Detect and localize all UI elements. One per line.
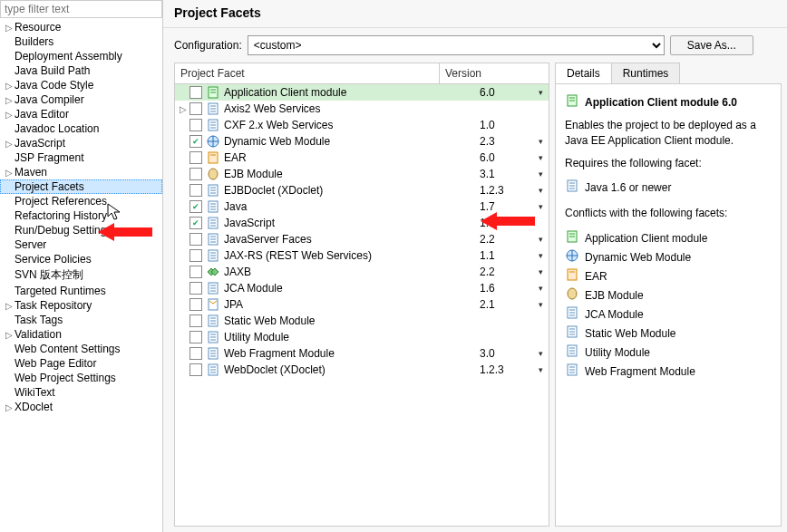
facet-checkbox[interactable]: ✔: [189, 200, 202, 213]
version-dropdown-icon[interactable]: ▾: [534, 251, 547, 260]
sidebar-item[interactable]: Project Facets: [0, 179, 162, 194]
facet-row[interactable]: JPA2.1▾: [175, 296, 549, 313]
facet-row[interactable]: ✔JavaScript1.0: [175, 215, 549, 231]
facet-name: JAX-RS (REST Web Services): [224, 249, 480, 262]
expand-icon[interactable]: ▷: [4, 81, 15, 91]
facet-checkbox[interactable]: ✔: [189, 135, 202, 148]
config-select[interactable]: <custom>: [248, 35, 665, 55]
facet-checkbox[interactable]: [189, 314, 202, 327]
facet-checkbox[interactable]: [189, 331, 202, 343]
sidebar-item[interactable]: SVN 版本控制: [0, 266, 162, 284]
facet-checkbox[interactable]: [189, 282, 202, 295]
sidebar-item[interactable]: Service Policies: [0, 252, 162, 266]
facet-checkbox[interactable]: [189, 233, 202, 246]
col-version[interactable]: Version: [440, 63, 549, 83]
sidebar-item[interactable]: ▷XDoclet: [0, 400, 162, 414]
version-dropdown-icon[interactable]: ▾: [534, 169, 547, 179]
facet-checkbox[interactable]: [189, 102, 202, 115]
version-dropdown-icon[interactable]: ▾: [534, 186, 547, 195]
sidebar-item[interactable]: Deployment Assembly: [0, 49, 162, 63]
sidebar-item[interactable]: Task Tags: [0, 313, 162, 327]
sidebar-item[interactable]: Java Build Path: [0, 63, 162, 78]
sidebar-item[interactable]: Targeted Runtimes: [0, 284, 162, 298]
expand-icon[interactable]: ▷: [4, 139, 15, 149]
sidebar-item[interactable]: ▷Task Repository: [0, 298, 162, 313]
sidebar-item[interactable]: ▷Resource: [0, 20, 162, 34]
facet-row[interactable]: ✔Dynamic Web Module2.3▾: [175, 133, 549, 150]
expand-icon[interactable]: ▷: [4, 402, 15, 412]
facet-checkbox[interactable]: [189, 363, 202, 376]
facet-row[interactable]: JAXB2.2▾: [175, 264, 549, 280]
sidebar-item[interactable]: Builders: [0, 34, 162, 49]
facet-name: JCA Module: [224, 282, 480, 295]
facet-checkbox[interactable]: [189, 119, 202, 131]
facet-row[interactable]: JavaServer Faces2.2▾: [175, 231, 549, 247]
expand-icon[interactable]: ▷: [4, 301, 15, 311]
sidebar-item[interactable]: Web Project Settings: [0, 371, 162, 385]
sidebar-item[interactable]: ▷Java Editor: [0, 107, 162, 121]
sidebar-item[interactable]: Run/Debug Settings: [0, 223, 162, 237]
save-as-button[interactable]: Save As...: [670, 35, 753, 55]
expand-icon[interactable]: ▷: [177, 104, 189, 114]
facet-row[interactable]: WebDoclet (XDoclet)1.2.3▾: [175, 362, 549, 378]
facet-row[interactable]: ▷Axis2 Web Services: [175, 101, 549, 117]
version-dropdown-icon[interactable]: ▾: [534, 284, 547, 293]
sidebar-item[interactable]: ▷Java Compiler: [0, 92, 162, 107]
facet-row[interactable]: EJB Module3.1▾: [175, 166, 549, 182]
sidebar-item[interactable]: ▷JavaScript: [0, 136, 162, 150]
sidebar-item[interactable]: Web Content Settings: [0, 342, 162, 356]
facet-checkbox[interactable]: [189, 249, 202, 262]
doc-icon: [206, 102, 220, 116]
sidebar-item-label: Deployment Assembly: [15, 50, 122, 63]
version-dropdown-icon[interactable]: ▾: [534, 300, 547, 309]
facet-checkbox[interactable]: ✔: [189, 217, 202, 229]
facet-row[interactable]: EJBDoclet (XDoclet)1.2.3▾: [175, 182, 549, 198]
sidebar-item[interactable]: Refactoring History: [0, 208, 162, 223]
sidebar-item[interactable]: Project References: [0, 194, 162, 208]
filter-input[interactable]: [0, 0, 162, 18]
sidebar-item[interactable]: JSP Fragment: [0, 150, 162, 165]
version-dropdown-icon[interactable]: ▾: [534, 153, 547, 162]
facet-checkbox[interactable]: [189, 168, 202, 180]
col-facet[interactable]: Project Facet: [175, 63, 440, 83]
tab-runtimes[interactable]: Runtimes: [612, 63, 681, 83]
sidebar-item[interactable]: ▷Validation: [0, 327, 162, 342]
sidebar-item[interactable]: Javadoc Location: [0, 121, 162, 136]
version-dropdown-icon[interactable]: ▾: [534, 88, 547, 97]
version-dropdown-icon[interactable]: ▾: [534, 365, 547, 374]
expand-icon[interactable]: ▷: [4, 23, 15, 33]
sidebar-item[interactable]: WikiText: [0, 385, 162, 400]
doc-icon: [565, 305, 579, 323]
version-dropdown-icon[interactable]: ▾: [534, 235, 547, 244]
version-dropdown-icon[interactable]: ▾: [534, 202, 547, 211]
facet-version: 1.2.3: [480, 184, 534, 197]
sidebar-item[interactable]: Server: [0, 237, 162, 252]
facet-checkbox[interactable]: [189, 86, 202, 99]
facet-checkbox[interactable]: [189, 298, 202, 311]
tab-details[interactable]: Details: [555, 63, 612, 83]
facet-row[interactable]: Application Client module6.0▾: [175, 84, 549, 101]
sidebar-item[interactable]: Web Page Editor: [0, 356, 162, 371]
facet-checkbox[interactable]: [189, 184, 202, 197]
expand-icon[interactable]: ▷: [4, 110, 15, 120]
sidebar-item[interactable]: ▷Java Code Style: [0, 78, 162, 92]
facet-checkbox[interactable]: [189, 347, 202, 360]
facet-row[interactable]: CXF 2.x Web Services1.0: [175, 117, 549, 133]
facet-row[interactable]: Static Web Module: [175, 313, 549, 329]
version-dropdown-icon[interactable]: ▾: [534, 267, 547, 276]
facet-row[interactable]: Utility Module: [175, 329, 549, 345]
facet-checkbox[interactable]: [189, 266, 202, 278]
version-dropdown-icon[interactable]: ▾: [534, 137, 547, 146]
facet-row[interactable]: Web Fragment Module3.0▾: [175, 345, 549, 362]
expand-icon[interactable]: ▷: [4, 330, 15, 340]
expand-icon[interactable]: ▷: [4, 95, 15, 105]
facet-row[interactable]: JAX-RS (REST Web Services)1.1▾: [175, 247, 549, 264]
facet-row[interactable]: ✔Java1.7▾: [175, 198, 549, 215]
version-dropdown-icon[interactable]: ▾: [534, 349, 547, 358]
facet-checkbox[interactable]: [189, 151, 202, 164]
sidebar-item[interactable]: ▷Maven: [0, 165, 162, 179]
facet-row[interactable]: JCA Module1.6▾: [175, 280, 549, 296]
sidebar-item-label: Java Build Path: [15, 64, 90, 77]
facet-row[interactable]: EAR6.0▾: [175, 150, 549, 166]
expand-icon[interactable]: ▷: [4, 168, 15, 178]
